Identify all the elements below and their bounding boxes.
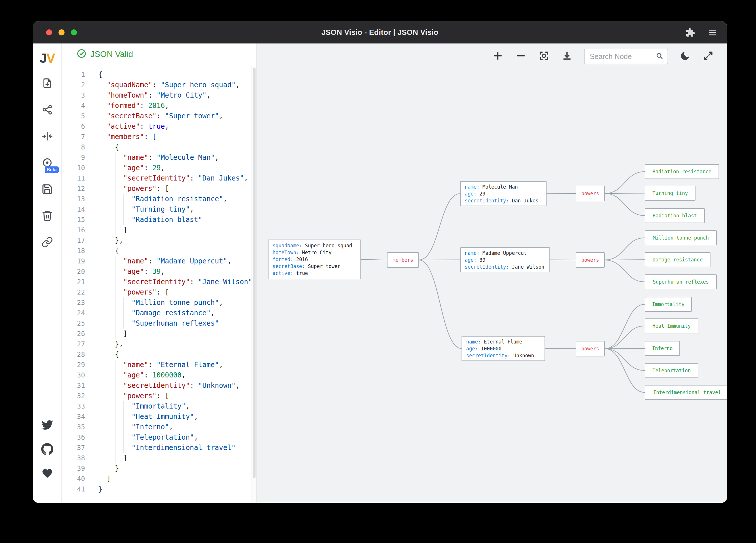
code-line[interactable]: 11"secretIdentity": "Dan Jukes", [62, 173, 256, 184]
code-line[interactable]: 3"homeTown": "Metro City", [62, 90, 256, 101]
twitter-link[interactable] [40, 419, 54, 432]
graph-node-l6[interactable]: Superhuman reflexes [645, 274, 717, 289]
zoom-in-button[interactable] [492, 50, 504, 63]
code-line[interactable]: 12"powers": [ [62, 184, 256, 194]
code-line[interactable]: 8{ [62, 142, 256, 152]
menu-icon[interactable] [708, 28, 717, 37]
graph-node-l10[interactable]: Teleportation [645, 363, 698, 378]
github-link[interactable] [40, 443, 54, 457]
graph-node-p3[interactable]: powers [576, 341, 605, 356]
link-icon [41, 237, 53, 249]
code-line[interactable]: 28{ [62, 349, 256, 359]
graph-node-members[interactable]: members [387, 252, 419, 268]
code-line[interactable]: 14"Turning tiny", [62, 204, 256, 215]
code-line[interactable]: 23"Million tonne punch", [62, 297, 256, 308]
graph-node-l5[interactable]: Damage resistance [645, 252, 710, 267]
line-content: "age": 29, [98, 163, 165, 173]
extensions-icon[interactable] [685, 28, 695, 37]
search-input[interactable] [590, 52, 655, 61]
code-line[interactable]: 1{ [62, 69, 256, 80]
code-line[interactable]: 39} [62, 463, 256, 474]
line-content: "age": 39, [98, 266, 165, 277]
delete-button[interactable] [40, 209, 54, 223]
code-line[interactable]: 17}, [62, 235, 256, 246]
graph-node-p2[interactable]: powers [576, 252, 605, 268]
graph-node-l1[interactable]: Radiation resistance [645, 164, 719, 179]
graph-node-m2[interactable]: name: Madame Uppercutage: 39secretIdenti… [460, 247, 550, 272]
code-line[interactable]: 2"squadName": "Super hero squad", [62, 80, 256, 90]
logo-letter-v: V [46, 51, 55, 66]
fold-editor-button[interactable] [40, 130, 54, 144]
code-line[interactable]: 24"Damage resistance", [62, 308, 256, 318]
graph-edge [605, 194, 645, 216]
node-search [584, 49, 668, 64]
graph-view-button[interactable] [40, 103, 54, 117]
code-line[interactable]: 4"formed": 2016, [62, 101, 256, 111]
share-link-button[interactable] [40, 236, 54, 250]
graph-node-m3[interactable]: name: Eternal Flameage: 1000000secretIde… [462, 336, 545, 361]
node-row: age: 39 [465, 257, 545, 264]
node-row: name: Madame Uppercut [465, 250, 545, 257]
app-logo[interactable]: JV [39, 50, 54, 66]
code-line[interactable]: 29"name": "Eternal Flame", [62, 359, 256, 370]
fullscreen-button[interactable] [702, 50, 714, 63]
line-number: 36 [62, 432, 85, 442]
code-line[interactable]: 34"Heat Immunity", [62, 411, 256, 422]
code-line[interactable]: 38] [62, 453, 256, 463]
code-line[interactable]: 25"Superhuman reflexes" [62, 318, 256, 328]
code-line[interactable]: 21"secretIdentity": "Jane Wilson", [62, 277, 256, 287]
code-editor[interactable]: 1{2"squadName": "Super hero squad",3"hom… [62, 65, 256, 503]
code-line[interactable]: 13"Radiation resistance", [62, 194, 256, 204]
graph-node-l9[interactable]: Inferno [645, 341, 680, 356]
download-image-button[interactable] [561, 50, 573, 63]
code-line[interactable]: 33"Immortality", [62, 401, 256, 411]
new-document-button[interactable] [40, 77, 54, 91]
graph-node-l3[interactable]: Radiation blast [645, 208, 705, 223]
code-line[interactable]: 40] [62, 474, 256, 484]
code-line[interactable]: 9"name": "Molecule Man", [62, 152, 256, 163]
code-line[interactable]: 18{ [62, 246, 256, 256]
code-line[interactable]: 20"age": 39, [62, 266, 256, 277]
graph-edge [605, 349, 645, 392]
code-line[interactable]: 37"Interdimensional travel" [62, 442, 256, 453]
graph-node-l2[interactable]: Turning tiny [645, 186, 695, 201]
graph-canvas[interactable]: squadName: Super hero squadhomeTown: Met… [257, 44, 727, 503]
code-line[interactable]: 32"powers": [ [62, 391, 256, 401]
line-content: "powers": [ [98, 184, 169, 194]
code-line[interactable]: 41} [62, 484, 256, 494]
code-line[interactable]: 35"Inferno", [62, 422, 256, 432]
code-line[interactable]: 6"active": true, [62, 121, 256, 132]
code-line[interactable]: 7"members": [ [62, 132, 256, 142]
code-line[interactable]: 26] [62, 328, 256, 339]
live-preview-button[interactable]: Beta [40, 156, 54, 170]
graph-node-l7[interactable]: Immortality [645, 297, 692, 312]
code-line[interactable]: 31"secretIdentity": "Unknown", [62, 380, 256, 391]
code-line[interactable]: 10"age": 29, [62, 163, 256, 173]
zoom-out-button[interactable] [515, 50, 527, 63]
graph-node-l8[interactable]: Heat Immunity [645, 318, 698, 333]
graph-node-p1[interactable]: powers [576, 186, 605, 201]
code-line[interactable]: 27}, [62, 339, 256, 349]
graph-node-root[interactable]: squadName: Super hero squadhomeTown: Met… [268, 240, 361, 279]
sponsor-link[interactable] [40, 467, 54, 481]
code-line[interactable]: 36"Teleportation", [62, 432, 256, 442]
dark-mode-toggle[interactable] [679, 50, 691, 63]
code-line[interactable]: 30"age": 1000000, [62, 370, 256, 380]
line-number: 25 [62, 318, 85, 328]
code-line[interactable]: 15"Radiation blast" [62, 215, 256, 225]
sidebar: JV Beta [33, 44, 62, 503]
save-button[interactable] [40, 183, 54, 197]
code-line[interactable]: 5"secretBase": "Super tower", [62, 111, 256, 121]
editor-scrollbar[interactable] [252, 66, 256, 503]
code-line[interactable]: 16] [62, 225, 256, 235]
line-number: 21 [62, 277, 85, 287]
line-number: 18 [62, 246, 85, 256]
graph-node-l11[interactable]: Interdimensional travel [645, 385, 727, 400]
center-view-button[interactable] [538, 50, 550, 63]
graph-node-m1[interactable]: name: Molecule Manage: 29secretIdentity:… [460, 181, 547, 206]
code-line[interactable]: 19"name": "Madame Uppercut", [62, 256, 256, 266]
editor-scrollbar-thumb[interactable] [253, 68, 256, 478]
line-content: "secretIdentity": "Unknown", [98, 380, 240, 391]
code-line[interactable]: 22"powers": [ [62, 287, 256, 297]
graph-node-l4[interactable]: Million tonne punch [645, 230, 717, 245]
